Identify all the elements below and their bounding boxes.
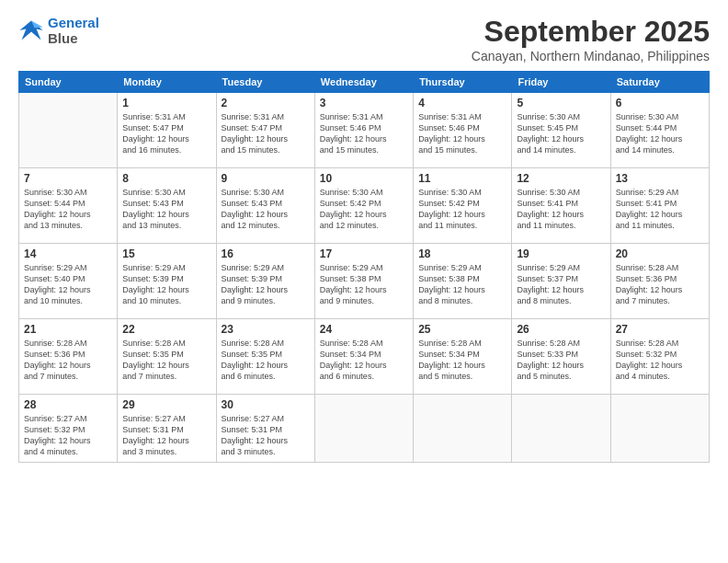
calendar-table: SundayMondayTuesdayWednesdayThursdayFrid… — [18, 71, 710, 463]
day-number: 29 — [122, 398, 210, 411]
day-number: 28 — [24, 398, 112, 411]
day-number: 1 — [122, 97, 210, 109]
cell-info: Sunrise: 5:28 AMSunset: 5:32 PMDaylight:… — [616, 338, 704, 383]
weekday-header-tuesday: Tuesday — [216, 72, 314, 93]
cell-info: Sunrise: 5:31 AMSunset: 5:47 PMDaylight:… — [222, 111, 310, 156]
header: General Blue September 2025 Canayan, Nor… — [18, 15, 710, 63]
calendar-cell: 8Sunrise: 5:30 AMSunset: 5:43 PMDaylight… — [118, 168, 216, 244]
cell-info: Sunrise: 5:27 AMSunset: 5:32 PMDaylight:… — [24, 413, 112, 458]
day-number: 21 — [24, 323, 112, 336]
logo: General Blue — [18, 15, 99, 46]
calendar-cell: 30Sunrise: 5:27 AMSunset: 5:31 PMDayligh… — [216, 395, 314, 463]
cell-info: Sunrise: 5:30 AMSunset: 5:42 PMDaylight:… — [320, 187, 408, 232]
calendar-cell: 3Sunrise: 5:31 AMSunset: 5:46 PMDaylight… — [314, 93, 413, 168]
day-number: 20 — [616, 247, 704, 260]
calendar-cell: 27Sunrise: 5:28 AMSunset: 5:32 PMDayligh… — [610, 319, 709, 395]
cell-info: Sunrise: 5:28 AMSunset: 5:35 PMDaylight:… — [122, 338, 210, 383]
cell-info: Sunrise: 5:30 AMSunset: 5:43 PMDaylight:… — [122, 187, 210, 232]
weekday-header-row: SundayMondayTuesdayWednesdayThursdayFrid… — [19, 72, 710, 93]
weekday-header-monday: Monday — [118, 72, 216, 93]
day-number: 15 — [122, 247, 210, 260]
calendar-cell: 21Sunrise: 5:28 AMSunset: 5:36 PMDayligh… — [19, 319, 118, 395]
cell-info: Sunrise: 5:29 AMSunset: 5:41 PMDaylight:… — [616, 187, 704, 232]
calendar-cell: 10Sunrise: 5:30 AMSunset: 5:42 PMDayligh… — [314, 168, 413, 244]
calendar-cell: 29Sunrise: 5:27 AMSunset: 5:31 PMDayligh… — [118, 395, 216, 463]
day-number: 2 — [222, 97, 310, 109]
calendar-cell: 23Sunrise: 5:28 AMSunset: 5:35 PMDayligh… — [216, 319, 314, 395]
calendar-cell — [414, 395, 512, 463]
calendar-cell — [610, 395, 709, 463]
weekday-header-sunday: Sunday — [19, 72, 118, 93]
calendar-cell: 15Sunrise: 5:29 AMSunset: 5:39 PMDayligh… — [118, 244, 216, 319]
calendar-cell: 6Sunrise: 5:30 AMSunset: 5:44 PMDaylight… — [610, 93, 709, 168]
cell-info: Sunrise: 5:29 AMSunset: 5:37 PMDaylight:… — [517, 262, 605, 307]
cell-info: Sunrise: 5:30 AMSunset: 5:44 PMDaylight:… — [616, 111, 704, 156]
page: General Blue September 2025 Canayan, Nor… — [0, 0, 728, 563]
day-number: 14 — [24, 247, 112, 260]
cell-info: Sunrise: 5:28 AMSunset: 5:34 PMDaylight:… — [418, 338, 506, 383]
calendar-cell: 12Sunrise: 5:30 AMSunset: 5:41 PMDayligh… — [512, 168, 610, 244]
cell-info: Sunrise: 5:30 AMSunset: 5:43 PMDaylight:… — [222, 187, 310, 232]
calendar-cell: 25Sunrise: 5:28 AMSunset: 5:34 PMDayligh… — [414, 319, 512, 395]
day-number: 7 — [24, 172, 112, 185]
cell-info: Sunrise: 5:28 AMSunset: 5:33 PMDaylight:… — [517, 338, 605, 383]
cell-info: Sunrise: 5:31 AMSunset: 5:46 PMDaylight:… — [320, 111, 408, 156]
cell-info: Sunrise: 5:28 AMSunset: 5:36 PMDaylight:… — [24, 338, 112, 383]
calendar-cell: 5Sunrise: 5:30 AMSunset: 5:45 PMDaylight… — [512, 93, 610, 168]
calendar-cell — [314, 395, 413, 463]
day-number: 17 — [320, 247, 408, 260]
cell-info: Sunrise: 5:31 AMSunset: 5:46 PMDaylight:… — [418, 111, 506, 156]
calendar-cell — [512, 395, 610, 463]
calendar-week-1: 1Sunrise: 5:31 AMSunset: 5:47 PMDaylight… — [19, 93, 710, 168]
weekday-header-thursday: Thursday — [414, 72, 512, 93]
weekday-header-saturday: Saturday — [610, 72, 709, 93]
cell-info: Sunrise: 5:28 AMSunset: 5:34 PMDaylight:… — [320, 338, 408, 383]
calendar-cell: 18Sunrise: 5:29 AMSunset: 5:38 PMDayligh… — [414, 244, 512, 319]
calendar-cell: 4Sunrise: 5:31 AMSunset: 5:46 PMDaylight… — [414, 93, 512, 168]
cell-info: Sunrise: 5:30 AMSunset: 5:44 PMDaylight:… — [24, 187, 112, 232]
calendar-cell: 20Sunrise: 5:28 AMSunset: 5:36 PMDayligh… — [610, 244, 709, 319]
calendar-cell: 14Sunrise: 5:29 AMSunset: 5:40 PMDayligh… — [19, 244, 118, 319]
day-number: 19 — [517, 247, 605, 260]
logo-icon — [18, 17, 44, 43]
cell-info: Sunrise: 5:28 AMSunset: 5:35 PMDaylight:… — [222, 338, 310, 383]
calendar-cell: 13Sunrise: 5:29 AMSunset: 5:41 PMDayligh… — [610, 168, 709, 244]
day-number: 30 — [222, 398, 310, 411]
calendar-cell — [19, 93, 118, 168]
day-number: 27 — [616, 323, 704, 336]
svg-marker-0 — [19, 21, 42, 40]
day-number: 16 — [222, 247, 310, 260]
day-number: 26 — [517, 323, 605, 336]
month-title: September 2025 — [472, 15, 710, 49]
day-number: 3 — [320, 97, 408, 109]
calendar-cell: 9Sunrise: 5:30 AMSunset: 5:43 PMDaylight… — [216, 168, 314, 244]
cell-info: Sunrise: 5:28 AMSunset: 5:36 PMDaylight:… — [616, 262, 704, 307]
day-number: 12 — [517, 172, 605, 185]
cell-info: Sunrise: 5:30 AMSunset: 5:41 PMDaylight:… — [517, 187, 605, 232]
calendar-cell: 19Sunrise: 5:29 AMSunset: 5:37 PMDayligh… — [512, 244, 610, 319]
calendar-cell: 7Sunrise: 5:30 AMSunset: 5:44 PMDaylight… — [19, 168, 118, 244]
calendar-cell: 24Sunrise: 5:28 AMSunset: 5:34 PMDayligh… — [314, 319, 413, 395]
day-number: 18 — [418, 247, 506, 260]
cell-info: Sunrise: 5:29 AMSunset: 5:38 PMDaylight:… — [418, 262, 506, 307]
cell-info: Sunrise: 5:27 AMSunset: 5:31 PMDaylight:… — [222, 413, 310, 458]
cell-info: Sunrise: 5:27 AMSunset: 5:31 PMDaylight:… — [122, 413, 210, 458]
calendar-cell: 26Sunrise: 5:28 AMSunset: 5:33 PMDayligh… — [512, 319, 610, 395]
location-title: Canayan, Northern Mindanao, Philippines — [472, 49, 710, 63]
logo-text: General Blue — [48, 15, 99, 46]
calendar-week-5: 28Sunrise: 5:27 AMSunset: 5:32 PMDayligh… — [19, 395, 710, 463]
cell-info: Sunrise: 5:30 AMSunset: 5:42 PMDaylight:… — [418, 187, 506, 232]
day-number: 10 — [320, 172, 408, 185]
day-number: 22 — [122, 323, 210, 336]
day-number: 4 — [418, 97, 506, 109]
cell-info: Sunrise: 5:31 AMSunset: 5:47 PMDaylight:… — [122, 111, 210, 156]
day-number: 5 — [517, 97, 605, 109]
weekday-header-friday: Friday — [512, 72, 610, 93]
day-number: 11 — [418, 172, 506, 185]
calendar-week-2: 7Sunrise: 5:30 AMSunset: 5:44 PMDaylight… — [19, 168, 710, 244]
calendar-cell: 16Sunrise: 5:29 AMSunset: 5:39 PMDayligh… — [216, 244, 314, 319]
day-number: 6 — [616, 97, 704, 109]
calendar-cell: 1Sunrise: 5:31 AMSunset: 5:47 PMDaylight… — [118, 93, 216, 168]
day-number: 9 — [222, 172, 310, 185]
day-number: 23 — [222, 323, 310, 336]
